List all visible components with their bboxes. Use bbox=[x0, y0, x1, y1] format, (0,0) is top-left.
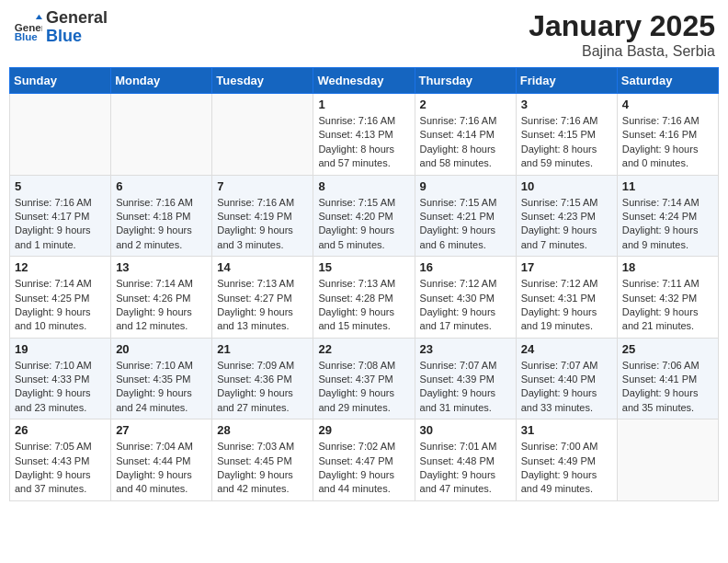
logo-general-text: General bbox=[46, 9, 108, 28]
day-info: Sunrise: 7:03 AMSunset: 4:45 PMDaylight:… bbox=[217, 440, 308, 497]
day-number: 21 bbox=[217, 342, 308, 356]
calendar-cell: 25Sunrise: 7:06 AMSunset: 4:41 PMDayligh… bbox=[617, 338, 718, 419]
calendar-table: SundayMondayTuesdayWednesdayThursdayFrid… bbox=[9, 67, 719, 501]
svg-marker-3 bbox=[36, 15, 42, 19]
calendar-cell: 16Sunrise: 7:12 AMSunset: 4:30 PMDayligh… bbox=[415, 257, 516, 339]
calendar-cell: 4Sunrise: 7:16 AMSunset: 4:16 PMDaylight… bbox=[617, 94, 718, 176]
day-number: 29 bbox=[318, 423, 409, 437]
day-number: 3 bbox=[521, 98, 612, 111]
day-info: Sunrise: 7:16 AMSunset: 4:14 PMDaylight:… bbox=[420, 114, 511, 171]
day-number: 9 bbox=[420, 179, 511, 193]
day-number: 15 bbox=[318, 260, 409, 274]
day-number: 10 bbox=[521, 179, 612, 193]
calendar-cell: 11Sunrise: 7:14 AMSunset: 4:24 PMDayligh… bbox=[617, 175, 718, 257]
day-info: Sunrise: 7:06 AMSunset: 4:41 PMDaylight:… bbox=[622, 359, 713, 416]
day-info: Sunrise: 7:15 AMSunset: 4:21 PMDaylight:… bbox=[420, 196, 511, 253]
calendar-cell: 20Sunrise: 7:10 AMSunset: 4:35 PMDayligh… bbox=[111, 338, 212, 419]
day-info: Sunrise: 7:12 AMSunset: 4:30 PMDaylight:… bbox=[420, 277, 511, 334]
day-info: Sunrise: 7:07 AMSunset: 4:39 PMDaylight:… bbox=[420, 359, 511, 416]
calendar-week-row: 26Sunrise: 7:05 AMSunset: 4:43 PMDayligh… bbox=[10, 419, 719, 501]
day-number: 23 bbox=[420, 342, 511, 356]
day-info: Sunrise: 7:16 AMSunset: 4:16 PMDaylight:… bbox=[622, 114, 713, 171]
calendar-cell: 31Sunrise: 7:00 AMSunset: 4:49 PMDayligh… bbox=[516, 419, 617, 501]
weekday-header-wednesday: Wednesday bbox=[313, 68, 415, 94]
calendar-cell: 3Sunrise: 7:16 AMSunset: 4:15 PMDaylight… bbox=[516, 94, 617, 176]
day-info: Sunrise: 7:11 AMSunset: 4:32 PMDaylight:… bbox=[622, 277, 713, 334]
title-block: January 2025 Bajina Basta, Serbia bbox=[529, 9, 715, 60]
day-info: Sunrise: 7:14 AMSunset: 4:26 PMDaylight:… bbox=[116, 277, 207, 334]
day-info: Sunrise: 7:14 AMSunset: 4:24 PMDaylight:… bbox=[622, 196, 713, 253]
calendar-week-row: 5Sunrise: 7:16 AMSunset: 4:17 PMDaylight… bbox=[10, 175, 719, 257]
calendar-cell: 24Sunrise: 7:07 AMSunset: 4:40 PMDayligh… bbox=[516, 338, 617, 419]
calendar-week-row: 12Sunrise: 7:14 AMSunset: 4:25 PMDayligh… bbox=[10, 257, 719, 339]
page-header: General Blue General Blue January 2025 B… bbox=[9, 9, 719, 60]
weekday-header-monday: Monday bbox=[111, 68, 212, 94]
day-info: Sunrise: 7:04 AMSunset: 4:44 PMDaylight:… bbox=[116, 440, 207, 497]
calendar-cell: 2Sunrise: 7:16 AMSunset: 4:14 PMDaylight… bbox=[415, 94, 516, 176]
day-number: 28 bbox=[217, 423, 308, 437]
location-subtitle: Bajina Basta, Serbia bbox=[529, 43, 715, 60]
logo-blue-text: Blue bbox=[46, 28, 108, 46]
calendar-cell: 28Sunrise: 7:03 AMSunset: 4:45 PMDayligh… bbox=[212, 419, 313, 501]
calendar-cell: 1Sunrise: 7:16 AMSunset: 4:13 PMDaylight… bbox=[313, 94, 415, 176]
day-number: 25 bbox=[622, 342, 713, 356]
day-info: Sunrise: 7:14 AMSunset: 4:25 PMDaylight:… bbox=[15, 277, 106, 334]
day-number: 2 bbox=[420, 98, 511, 111]
calendar-cell: 6Sunrise: 7:16 AMSunset: 4:18 PMDaylight… bbox=[111, 175, 212, 257]
day-number: 6 bbox=[116, 179, 207, 193]
calendar-cell: 9Sunrise: 7:15 AMSunset: 4:21 PMDaylight… bbox=[415, 175, 516, 257]
calendar-cell: 26Sunrise: 7:05 AMSunset: 4:43 PMDayligh… bbox=[10, 419, 111, 501]
day-info: Sunrise: 7:13 AMSunset: 4:28 PMDaylight:… bbox=[318, 277, 409, 334]
day-number: 31 bbox=[521, 423, 612, 437]
day-number: 1 bbox=[318, 98, 409, 111]
weekday-header-tuesday: Tuesday bbox=[212, 68, 313, 94]
calendar-cell: 13Sunrise: 7:14 AMSunset: 4:26 PMDayligh… bbox=[111, 257, 212, 339]
day-info: Sunrise: 7:12 AMSunset: 4:31 PMDaylight:… bbox=[521, 277, 612, 334]
day-info: Sunrise: 7:07 AMSunset: 4:40 PMDaylight:… bbox=[521, 359, 612, 416]
calendar-cell: 7Sunrise: 7:16 AMSunset: 4:19 PMDaylight… bbox=[212, 175, 313, 257]
calendar-cell bbox=[10, 94, 111, 176]
logo: General Blue General Blue bbox=[13, 9, 108, 46]
day-info: Sunrise: 7:15 AMSunset: 4:20 PMDaylight:… bbox=[318, 196, 409, 253]
calendar-cell: 23Sunrise: 7:07 AMSunset: 4:39 PMDayligh… bbox=[415, 338, 516, 419]
calendar-cell: 17Sunrise: 7:12 AMSunset: 4:31 PMDayligh… bbox=[516, 257, 617, 339]
calendar-cell: 8Sunrise: 7:15 AMSunset: 4:20 PMDaylight… bbox=[313, 175, 415, 257]
day-info: Sunrise: 7:15 AMSunset: 4:23 PMDaylight:… bbox=[521, 196, 612, 253]
calendar-cell: 27Sunrise: 7:04 AMSunset: 4:44 PMDayligh… bbox=[111, 419, 212, 501]
day-number: 4 bbox=[622, 98, 713, 111]
calendar-cell: 15Sunrise: 7:13 AMSunset: 4:28 PMDayligh… bbox=[313, 257, 415, 339]
day-number: 26 bbox=[15, 423, 106, 437]
day-number: 16 bbox=[420, 260, 511, 274]
calendar-cell: 10Sunrise: 7:15 AMSunset: 4:23 PMDayligh… bbox=[516, 175, 617, 257]
calendar-cell: 21Sunrise: 7:09 AMSunset: 4:36 PMDayligh… bbox=[212, 338, 313, 419]
day-number: 20 bbox=[116, 342, 207, 356]
day-info: Sunrise: 7:16 AMSunset: 4:17 PMDaylight:… bbox=[15, 196, 106, 253]
day-info: Sunrise: 7:16 AMSunset: 4:19 PMDaylight:… bbox=[217, 196, 308, 253]
day-info: Sunrise: 7:16 AMSunset: 4:15 PMDaylight:… bbox=[521, 114, 612, 171]
calendar-cell: 14Sunrise: 7:13 AMSunset: 4:27 PMDayligh… bbox=[212, 257, 313, 339]
day-info: Sunrise: 7:16 AMSunset: 4:13 PMDaylight:… bbox=[318, 114, 409, 171]
weekday-header-thursday: Thursday bbox=[415, 68, 516, 94]
calendar-cell: 22Sunrise: 7:08 AMSunset: 4:37 PMDayligh… bbox=[313, 338, 415, 419]
day-info: Sunrise: 7:10 AMSunset: 4:33 PMDaylight:… bbox=[15, 359, 106, 416]
calendar-cell bbox=[212, 94, 313, 176]
day-info: Sunrise: 7:09 AMSunset: 4:36 PMDaylight:… bbox=[217, 359, 308, 416]
weekday-header-saturday: Saturday bbox=[617, 68, 718, 94]
day-info: Sunrise: 7:13 AMSunset: 4:27 PMDaylight:… bbox=[217, 277, 308, 334]
calendar-cell: 29Sunrise: 7:02 AMSunset: 4:47 PMDayligh… bbox=[313, 419, 415, 501]
svg-text:Blue: Blue bbox=[15, 31, 39, 42]
calendar-cell bbox=[111, 94, 212, 176]
day-info: Sunrise: 7:00 AMSunset: 4:49 PMDaylight:… bbox=[521, 440, 612, 497]
day-info: Sunrise: 7:10 AMSunset: 4:35 PMDaylight:… bbox=[116, 359, 207, 416]
weekday-header-friday: Friday bbox=[516, 68, 617, 94]
calendar-cell: 5Sunrise: 7:16 AMSunset: 4:17 PMDaylight… bbox=[10, 175, 111, 257]
day-number: 13 bbox=[116, 260, 207, 274]
day-info: Sunrise: 7:01 AMSunset: 4:48 PMDaylight:… bbox=[420, 440, 511, 497]
day-number: 7 bbox=[217, 179, 308, 193]
logo-icon: General Blue bbox=[13, 13, 42, 42]
day-info: Sunrise: 7:05 AMSunset: 4:43 PMDaylight:… bbox=[15, 440, 106, 497]
calendar-cell: 30Sunrise: 7:01 AMSunset: 4:48 PMDayligh… bbox=[415, 419, 516, 501]
day-number: 27 bbox=[116, 423, 207, 437]
logo-text: General Blue bbox=[46, 9, 108, 46]
day-number: 8 bbox=[318, 179, 409, 193]
